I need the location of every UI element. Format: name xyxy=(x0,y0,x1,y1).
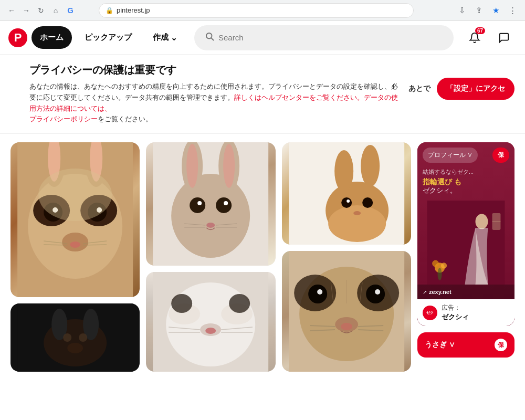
ad-link-bar[interactable]: ↗ zexy.net xyxy=(417,285,514,299)
pin-card-4[interactable] xyxy=(146,272,275,372)
privacy-actions: あとで 「設定」にアクセ xyxy=(408,63,514,100)
svg-point-27 xyxy=(79,333,87,342)
svg-point-38 xyxy=(206,223,215,228)
ad-info-advertiser-label: 広告： xyxy=(442,303,469,312)
home-button[interactable]: ⌂ xyxy=(50,5,61,16)
browser-actions: ⇩ ⇪ ★ ⋮ xyxy=(456,4,519,17)
settings-cta-button[interactable]: 「設定」にアクセ xyxy=(437,78,514,100)
pin-column-3 xyxy=(282,142,411,420)
svg-point-69 xyxy=(366,285,385,303)
ad-text-sub: ゼクシィ。 xyxy=(423,186,509,195)
privacy-policy-link[interactable]: プライバシーポリシー xyxy=(29,115,98,123)
address-bar[interactable]: 🔒 pinterest.jp xyxy=(99,3,414,18)
message-button[interactable] xyxy=(491,25,517,50)
svg-point-68 xyxy=(308,285,327,303)
notification-badge: 67 xyxy=(475,27,485,34)
pin-card-5[interactable] xyxy=(282,251,411,372)
ad-info-advertiser-name: ゼクシィ xyxy=(442,312,469,322)
nav-create-button[interactable]: 作成 ⌄ xyxy=(144,26,186,49)
privacy-text-block: プライバシーの保護は重要です あなたの情報は、あなたへのおすすめの精度を向上する… xyxy=(29,63,400,125)
svg-point-73 xyxy=(341,323,352,330)
nav-pickup-button[interactable]: ピックアップ xyxy=(76,26,140,49)
svg-point-37 xyxy=(224,201,228,205)
pins-area: プロフィール ∨ 保 結婚するならゼク... 指輪選び も ゼクシィ。 xyxy=(0,134,525,420)
svg-point-11 xyxy=(70,242,80,248)
svg-point-59 xyxy=(328,205,386,242)
save-icon: 保 xyxy=(495,339,507,351)
category-card-rabbit[interactable]: うさぎ ∨ 保 xyxy=(417,332,514,358)
pin-card-1[interactable] xyxy=(10,142,140,297)
google-logo: G xyxy=(65,5,76,16)
svg-point-36 xyxy=(197,201,202,205)
svg-point-86 xyxy=(475,214,488,229)
svg-point-71 xyxy=(375,289,380,295)
ad-info-bar: ゼク 広告： ゼクシィ xyxy=(417,299,514,326)
ad-top-bar: プロフィール ∨ 保 xyxy=(417,142,514,163)
svg-point-60 xyxy=(341,197,352,208)
svg-point-70 xyxy=(317,289,322,295)
ad-sidebar: プロフィール ∨ 保 結婚するならゼク... 指輪選び も ゼクシィ。 xyxy=(417,142,514,420)
svg-point-20 xyxy=(38,169,112,221)
logo-letter: P xyxy=(14,31,22,45)
forward-button[interactable]: → xyxy=(21,5,32,16)
lock-icon: 🔒 xyxy=(106,7,113,14)
profile-label: プロフィール ∨ xyxy=(428,151,472,160)
pinterest-header: P ホーム ピックアップ 作成 ⌄ 67 xyxy=(0,21,525,55)
search-input[interactable] xyxy=(218,33,443,42)
ad-link-text: zexy.net xyxy=(429,289,452,295)
download-icon[interactable]: ⇩ xyxy=(456,4,468,17)
privacy-banner: プライバシーの保護は重要です あなたの情報は、あなたへのおすすめの精度を向上する… xyxy=(0,55,525,134)
svg-line-13 xyxy=(44,245,67,245)
back-button[interactable]: ← xyxy=(6,5,17,16)
svg-line-1 xyxy=(211,38,213,40)
menu-icon[interactable]: ⋮ xyxy=(506,4,519,17)
header-actions: 67 xyxy=(462,25,517,50)
privacy-title: プライバシーの保護は重要です xyxy=(29,63,400,77)
svg-point-29 xyxy=(171,174,250,258)
pin-column-1 xyxy=(10,142,140,420)
svg-point-25 xyxy=(67,343,83,353)
ad-text-overlay: 結婚するならゼク... 指輪選び も ゼクシィ。 xyxy=(417,163,514,201)
help-center-link[interactable]: 詳しくはヘルプセンターをご覧ください。 xyxy=(234,93,364,101)
ad-text-main: 指輪選び も xyxy=(423,177,509,186)
chevron-down-icon: ⌄ xyxy=(171,33,177,43)
later-label: あとで xyxy=(408,84,430,93)
ad-save-button[interactable]: 保 xyxy=(492,148,509,163)
ad-subtitle: 結婚するならゼク... xyxy=(423,168,509,176)
svg-point-57 xyxy=(334,150,353,192)
search-bar[interactable] xyxy=(194,25,454,50)
svg-point-63 xyxy=(353,211,361,215)
privacy-body: あなたの情報は、あなたへのおすすめの精度を向上するために使用されます。プライバシ… xyxy=(29,81,400,125)
pin-column-2 xyxy=(146,142,275,420)
svg-point-31 xyxy=(186,144,198,188)
external-link-icon: ↗ xyxy=(423,289,427,295)
search-icon xyxy=(205,32,214,44)
svg-point-46 xyxy=(205,328,216,334)
share-icon[interactable]: ⇪ xyxy=(472,4,485,17)
category-label: うさぎ ∨ xyxy=(425,340,455,350)
ad-card-zexy[interactable]: プロフィール ∨ 保 結婚するならゼク... 指輪選び も ゼクシィ。 xyxy=(417,142,514,326)
bookmark-icon[interactable]: ★ xyxy=(489,4,502,17)
svg-point-34 xyxy=(190,197,205,213)
svg-line-15 xyxy=(83,245,107,245)
zexy-logo: ゼク xyxy=(423,306,437,320)
nav-home-button[interactable]: ホーム xyxy=(32,26,72,49)
svg-point-85 xyxy=(438,268,442,280)
svg-point-83 xyxy=(432,260,439,267)
pin-card-3[interactable] xyxy=(282,142,411,245)
refresh-button[interactable]: ↻ xyxy=(36,5,46,16)
svg-point-62 xyxy=(346,200,350,203)
svg-point-33 xyxy=(223,144,235,188)
svg-point-61 xyxy=(362,197,373,208)
svg-point-49 xyxy=(171,294,192,313)
pin-card-6[interactable] xyxy=(10,303,140,372)
pinterest-logo[interactable]: P xyxy=(8,28,27,47)
svg-point-84 xyxy=(441,263,447,269)
svg-point-35 xyxy=(216,197,232,213)
browser-chrome: ← → ↻ ⌂ G 🔒 pinterest.jp ⇩ ⇪ ★ ⋮ xyxy=(0,0,525,21)
ad-image-area xyxy=(417,201,514,285)
svg-point-50 xyxy=(229,294,250,313)
profile-dropdown[interactable]: プロフィール ∨ xyxy=(423,148,478,163)
notification-button[interactable]: 67 xyxy=(462,25,487,50)
pin-card-2[interactable] xyxy=(146,142,275,266)
